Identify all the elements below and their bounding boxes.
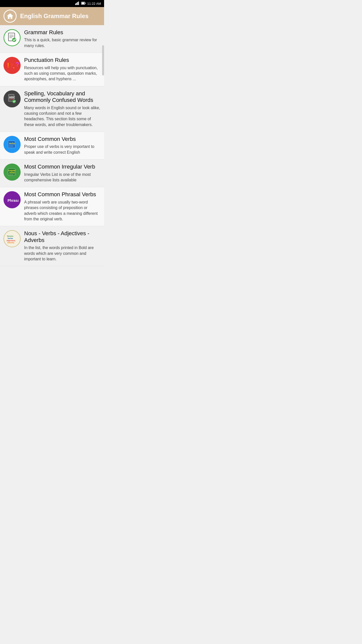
phrasal-verbs-title: Most Common Phrasal Verbs [24,191,101,198]
list-item[interactable]: Grammar Rules This is a quick, basic gra… [0,25,104,53]
grammar-rules-icon [4,29,21,46]
nouns-verbs-desc: In the list, the words printed in Bold a… [24,245,101,262]
svg-rect-0 [75,4,76,5]
punctuation-rules-desc: Resources will help you with punctuation… [24,65,101,82]
svg-text:!: ! [7,61,9,69]
punctuation-rules-text: Punctuation Rules Resources will help yo… [24,57,101,82]
svg-text:ABC: ABC [9,96,15,99]
status-time: 11:22 AM [87,2,101,6]
scrollbar[interactable] [102,45,104,75]
most-common-verbs-icon: Verbs [4,136,21,153]
grammar-rules-desc: This is a quick, basic grammar review fo… [24,37,101,49]
signal-icon [75,2,80,6]
list-item[interactable]: Phrasal Most Common Phrasal Verbs A phra… [0,187,104,226]
app-header: English Grammar Rules [0,7,104,25]
phrasal-verbs-desc: A phrasal verb are usually two-word phra… [24,199,101,222]
most-common-verbs-desc: Proper use of verbs is very important to… [24,144,101,155]
svg-rect-2 [77,2,78,5]
nouns-verbs-text: Nous - Verbs - Adjectives - Adverbs In t… [24,230,101,262]
svg-text:Adjectives: Adjectives [7,240,15,242]
svg-text:Verbs: Verbs [9,142,15,145]
svg-text:Phrasal: Phrasal [8,198,19,203]
svg-text:Verbs: Verbs [9,171,15,174]
app-title: English Grammar Rules [20,13,88,20]
nouns-verbs-title: Nous - Verbs - Adjectives - Adverbs [24,230,101,244]
battery-icon [81,2,86,6]
irregular-verbs-icon: Irregular Verbs [4,164,21,181]
list-item[interactable]: ABC Spelling, Vocabulary and Commonly Co… [0,86,104,132]
spelling-vocab-text: Spelling, Vocabulary and Commonly Confus… [24,90,101,128]
svg-point-11 [12,38,16,42]
phrasal-verbs-text: Most Common Phrasal Verbs A phrasal verb… [24,191,101,222]
list-item[interactable]: Nouns Verbs Adjectives Adverbs Nous - Ve… [0,226,104,266]
list-item[interactable]: ! ? , ? Punctuation Rules Resources will… [0,53,104,86]
phrasal-verbs-icon: Phrasal [4,191,21,208]
content-list: Grammar Rules This is a quick, basic gra… [0,25,104,266]
spelling-vocab-icon: ABC [4,90,21,107]
svg-text:Nouns: Nouns [7,235,13,237]
grammar-rules-text: Grammar Rules This is a quick, basic gra… [24,29,101,49]
svg-text:Adverbs: Adverbs [7,242,14,244]
nouns-verbs-icon: Nouns Verbs Adjectives Adverbs [4,230,21,247]
list-item[interactable]: Irregular Verbs Most Common Irregular Ve… [0,159,104,187]
svg-rect-3 [78,2,79,5]
svg-text:,: , [13,63,15,69]
list-item[interactable]: Verbs Most Common Verbs Proper use of ve… [0,132,104,159]
punctuation-rules-icon: ! ? , ? [4,57,21,74]
punctuation-rules-title: Punctuation Rules [24,57,101,63]
status-bar: 11:22 AM [0,0,104,7]
svg-point-19 [12,100,16,103]
most-common-verbs-title: Most Common Verbs [24,136,101,142]
svg-rect-1 [76,3,77,5]
irregular-verbs-desc: Irregular Verbs List is one of the most … [24,172,101,183]
svg-rect-5 [82,2,84,4]
svg-text:?: ? [16,61,19,68]
most-common-verbs-text: Most Common Verbs Proper use of verbs is… [24,136,101,155]
svg-text:Verbs: Verbs [8,237,13,239]
grammar-rules-title: Grammar Rules [24,29,101,36]
svg-rect-6 [85,3,86,4]
irregular-verbs-title: Most Common Irregular Verb [24,164,101,170]
spelling-vocab-title: Spelling, Vocabulary and Commonly Confus… [24,90,101,104]
home-icon[interactable] [4,10,17,23]
spelling-vocab-desc: Many words in English sound or look alik… [24,105,101,128]
irregular-verbs-text: Most Common Irregular Verb Irregular Ver… [24,164,101,183]
